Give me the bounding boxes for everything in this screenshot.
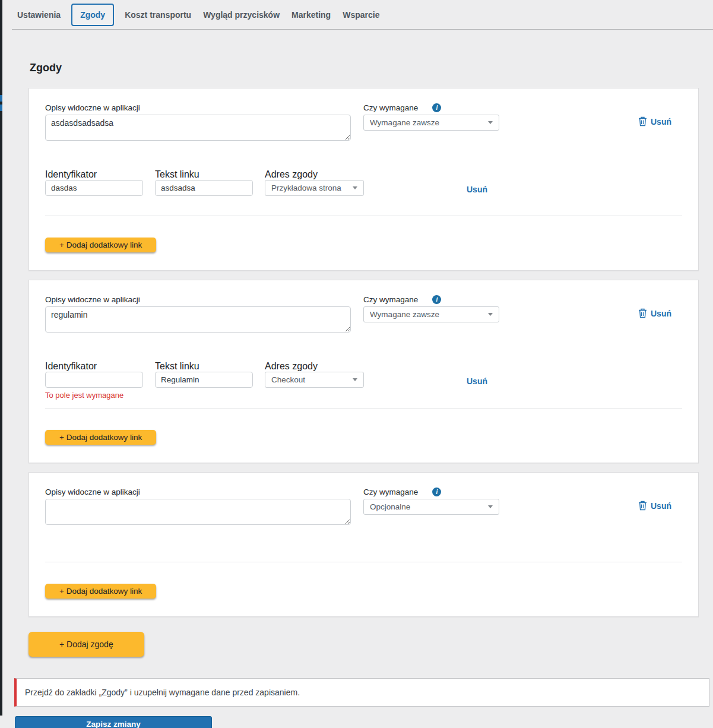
description-label: Opisy widoczne w aplikacji	[45, 295, 351, 304]
chevron-down-icon	[488, 121, 493, 124]
identifier-input[interactable]	[45, 180, 143, 196]
description-textarea[interactable]: asdasdsadsadsa	[45, 115, 351, 141]
admin-menu-highlight	[0, 95, 2, 102]
divider	[45, 408, 682, 409]
remove-consent-button[interactable]: Usuń	[638, 501, 671, 511]
link-text-label: Tekst linku	[155, 169, 199, 179]
tab-koszt-transportu[interactable]: Koszt transportu	[123, 4, 192, 26]
chevron-down-icon	[488, 313, 493, 316]
link-text-input[interactable]	[155, 372, 253, 388]
divider	[45, 562, 682, 562]
add-link-button[interactable]: + Dodaj dodatkowy link	[45, 430, 156, 445]
remove-link-button[interactable]: Usuń	[467, 185, 487, 194]
page-title: Zgody	[30, 62, 699, 74]
required-select[interactable]: Wymagane zawsze	[363, 115, 499, 131]
required-select[interactable]: Wymagane zawsze	[363, 306, 499, 322]
identifier-label: Identyfikator	[45, 361, 97, 371]
divider	[45, 216, 682, 216]
field-error: To pole jest wymagane	[45, 391, 143, 400]
address-label: Adres zgody	[265, 169, 318, 179]
consent-card-1: Opisy widoczne w aplikacji asdasdsadsads…	[28, 88, 699, 271]
save-button[interactable]: Zapisz zmiany	[15, 716, 212, 728]
required-label: Czy wymagane	[363, 295, 418, 304]
address-select-value: Przykładowa strona	[271, 183, 341, 192]
identifier-label: Identyfikator	[45, 169, 97, 179]
address-select[interactable]: Checkout	[265, 372, 364, 388]
validation-notice-text: Przejdź do zakładki „Zgody” i uzupełnij …	[25, 688, 300, 697]
add-consent-button[interactable]: + Dodaj zgodę	[28, 632, 144, 657]
required-select-value: Wymagane zawsze	[370, 310, 439, 319]
tab-marketing[interactable]: Marketing	[290, 4, 332, 26]
link-text-input[interactable]	[155, 180, 253, 196]
tab-wsparcie[interactable]: Wsparcie	[341, 4, 381, 26]
identifier-input[interactable]	[45, 372, 143, 388]
link-text-label: Tekst linku	[155, 361, 199, 371]
admin-menu-highlight	[0, 105, 2, 111]
required-label: Czy wymagane	[363, 103, 418, 112]
validation-notice: Przejdź do zakładki „Zgody” i uzupełnij …	[14, 678, 709, 707]
required-label: Czy wymagane	[363, 488, 418, 496]
trash-icon	[638, 308, 647, 318]
info-icon[interactable]: i	[432, 103, 441, 112]
address-label: Adres zgody	[265, 361, 318, 371]
description-textarea[interactable]	[45, 499, 351, 525]
trash-icon	[638, 116, 647, 126]
add-link-button[interactable]: + Dodaj dodatkowy link	[45, 584, 156, 599]
info-icon[interactable]: i	[432, 295, 441, 304]
address-select[interactable]: Przykładowa strona	[265, 180, 364, 196]
description-textarea[interactable]: regulamin	[45, 306, 351, 333]
required-select-value: Opcjonalne	[370, 502, 410, 511]
remove-consent-label: Usuń	[651, 117, 671, 126]
chevron-down-icon	[353, 186, 357, 189]
chevron-down-icon	[488, 505, 493, 508]
tab-zgody[interactable]: Zgody	[71, 4, 114, 26]
remove-consent-button[interactable]: Usuń	[638, 308, 671, 318]
remove-consent-label: Usuń	[651, 309, 671, 318]
required-select-value: Wymagane zawsze	[370, 118, 439, 127]
consent-card-2: Opisy widoczne w aplikacji regulamin Czy…	[28, 280, 699, 463]
admin-menu-edge	[0, 0, 2, 716]
tab-wyglad-przyciskow[interactable]: Wygląd przycisków	[202, 4, 281, 26]
required-select[interactable]: Opcjonalne	[363, 499, 499, 515]
zgody-panel: Zgody Opisy widoczne w aplikacji asdasds…	[0, 30, 713, 728]
tab-ustawienia[interactable]: Ustawienia	[16, 4, 62, 26]
chevron-down-icon	[353, 378, 357, 381]
description-label: Opisy widoczne w aplikacji	[45, 103, 351, 112]
remove-link-button[interactable]: Usuń	[467, 376, 487, 386]
address-select-value: Checkout	[271, 375, 305, 384]
remove-consent-button[interactable]: Usuń	[638, 116, 671, 126]
remove-consent-label: Usuń	[651, 501, 671, 511]
consent-card-3: Opisy widoczne w aplikacji Czy wymagane …	[28, 472, 699, 617]
description-label: Opisy widoczne w aplikacji	[45, 488, 351, 496]
add-link-button[interactable]: + Dodaj dodatkowy link	[45, 238, 156, 252]
info-icon[interactable]: i	[432, 488, 441, 496]
settings-tabbar: Ustawienia Zgody Koszt transportu Wygląd…	[12, 0, 713, 30]
trash-icon	[638, 501, 647, 511]
